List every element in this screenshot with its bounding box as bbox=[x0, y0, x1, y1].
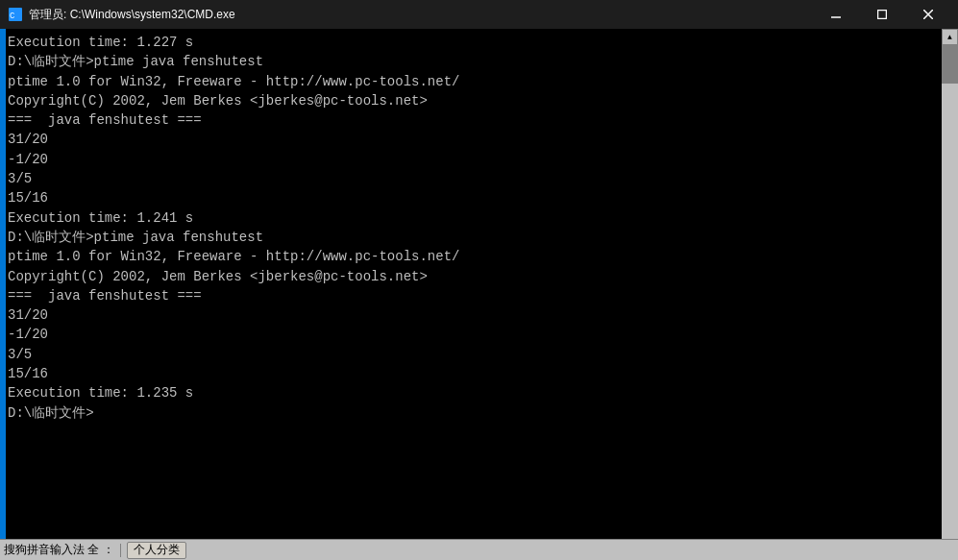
terminal-line: Copyright(C) 2002, Jem Berkes <jberkes@p… bbox=[8, 267, 940, 286]
terminal-line: 31/20 bbox=[8, 305, 940, 325]
terminal-line: Execution time: 1.227 s bbox=[8, 33, 940, 52]
close-button[interactable] bbox=[906, 0, 950, 29]
terminal-line: 15/16 bbox=[8, 188, 940, 207]
terminal-line: 15/16 bbox=[8, 364, 940, 383]
svg-text:C: C bbox=[10, 12, 15, 21]
terminal-line: Execution time: 1.241 s bbox=[8, 208, 940, 228]
maximize-button[interactable] bbox=[860, 0, 904, 29]
scrollbar-track: ▲ ▼ bbox=[942, 29, 958, 560]
terminal-line: 3/5 bbox=[8, 169, 940, 188]
terminal-line: D:\临时文件>ptime java fenshutest bbox=[8, 228, 940, 247]
scroll-up-button[interactable]: ▲ bbox=[942, 29, 958, 45]
cmd-frame: Execution time: 1.227 sD:\临时文件>ptime jav… bbox=[0, 29, 958, 560]
terminal-line: Execution time: 1.235 s bbox=[8, 383, 940, 402]
terminal-line: -1/20 bbox=[8, 150, 940, 169]
terminal-line: ptime 1.0 for Win32, Freeware - http://w… bbox=[8, 72, 940, 91]
terminal-line: === java fenshutest === bbox=[8, 286, 940, 305]
terminal-line: Copyright(C) 2002, Jem Berkes <jberkes@p… bbox=[8, 91, 940, 110]
ime-bar: 搜狗拼音输入法 全 ： 个人分类 bbox=[0, 539, 958, 560]
scrollbar-thumb[interactable] bbox=[942, 45, 958, 84]
terminal-line: D:\临时文件>ptime java fenshutest bbox=[8, 52, 940, 71]
terminal-line: 31/20 bbox=[8, 130, 940, 149]
terminal-line: === java fenshutest === bbox=[8, 110, 940, 130]
terminal[interactable]: Execution time: 1.227 sD:\临时文件>ptime jav… bbox=[6, 29, 942, 560]
ime-label: 搜狗拼音输入法 全 ： bbox=[4, 542, 114, 558]
svg-rect-3 bbox=[878, 11, 887, 19]
titlebar-left: C 管理员: C:\Windows\system32\CMD.exe bbox=[8, 7, 235, 23]
minimize-button[interactable] bbox=[814, 0, 858, 29]
titlebar-controls bbox=[814, 0, 950, 29]
terminal-line: ptime 1.0 for Win32, Freeware - http://w… bbox=[8, 247, 940, 266]
scrollbar-thumb-area bbox=[942, 45, 958, 544]
terminal-line: -1/20 bbox=[8, 325, 940, 344]
titlebar: C 管理员: C:\Windows\system32\CMD.exe bbox=[0, 0, 958, 29]
cmd-icon: C bbox=[8, 7, 23, 22]
ime-divider bbox=[120, 544, 121, 557]
terminal-line: 3/5 bbox=[8, 345, 940, 364]
titlebar-title: 管理员: C:\Windows\system32\CMD.exe bbox=[29, 7, 235, 23]
terminal-line: D:\临时文件> bbox=[8, 403, 940, 423]
ime-category-button[interactable]: 个人分类 bbox=[127, 542, 186, 559]
